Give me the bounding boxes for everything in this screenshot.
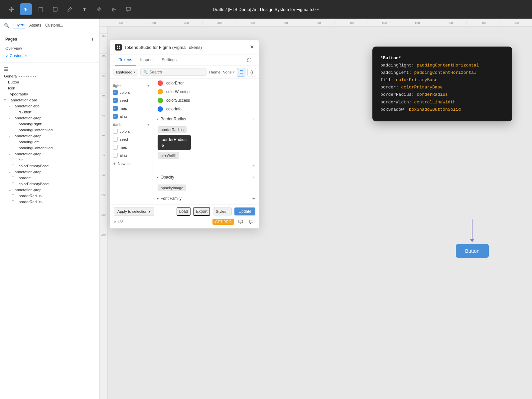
layer-item-border-radius-label[interactable]: T borderRadius: bbox=[0, 193, 99, 199]
token-color-success[interactable]: colorSuccess bbox=[153, 96, 259, 105]
monitor-icon[interactable] bbox=[237, 218, 245, 226]
styles-button[interactable]: Styles - bbox=[213, 207, 232, 215]
checkbox-light-seed[interactable]: ✓ bbox=[113, 98, 118, 103]
section-font-family[interactable]: ▾ Font Family + bbox=[153, 193, 259, 204]
view-list-button[interactable]: ☰ bbox=[237, 68, 245, 76]
layer-item-padding-content-1[interactable]: T paddingContentHori... bbox=[0, 127, 99, 133]
add-border-radius-button[interactable]: + bbox=[252, 116, 255, 122]
hamburger-icon[interactable]: ☰ bbox=[4, 66, 8, 72]
add-font-family-button[interactable]: + bbox=[252, 196, 255, 201]
tool-frame-icon[interactable] bbox=[35, 3, 47, 15]
tool-hand-icon[interactable] bbox=[108, 3, 120, 15]
search-input[interactable] bbox=[149, 70, 203, 74]
checkbox-dark-seed[interactable] bbox=[113, 137, 118, 142]
layer-item-typography[interactable]: Typography bbox=[0, 91, 99, 97]
tool-shape-icon[interactable] bbox=[49, 3, 61, 15]
checkbox-dark-colors[interactable] bbox=[113, 129, 118, 134]
token-group-dark[interactable]: dark ▾ bbox=[110, 120, 153, 127]
new-set-button[interactable]: + New set bbox=[110, 159, 153, 168]
token-name-color-warning: colorWarning bbox=[166, 89, 190, 94]
layer-item-annot-prop4[interactable]: ⫠ annotation-prop bbox=[0, 169, 99, 175]
layer-item-annot-prop2[interactable]: ⫠ annotation-prop bbox=[0, 133, 99, 139]
layer-item-icon[interactable]: Icon bbox=[0, 85, 99, 91]
sidebar-item-light-seed[interactable]: ✓ seed bbox=[110, 96, 153, 104]
layer-item-border-label[interactable]: T border: bbox=[0, 175, 99, 181]
section-border-radius[interactable]: ▾ Border Radius + bbox=[153, 113, 259, 125]
section-add-row[interactable]: + bbox=[153, 160, 259, 172]
layer-item-button-text[interactable]: T *Button* bbox=[0, 109, 99, 115]
checkbox-light-colors[interactable]: ✓ bbox=[113, 90, 118, 95]
token-line-width[interactable]: lineWidth bbox=[153, 150, 259, 160]
close-button[interactable]: ✕ bbox=[250, 45, 254, 50]
layer-item-padding-left-label[interactable]: T paddingLeft: bbox=[0, 139, 99, 145]
layer-item-padding-right-label[interactable]: T paddingRight: bbox=[0, 121, 99, 127]
group-light-label: light bbox=[113, 84, 121, 88]
layer-item-fill-label[interactable]: T fill: bbox=[0, 157, 99, 163]
layer-item-annotation-title[interactable]: ⫠ annotation-title bbox=[0, 103, 99, 109]
sidebar-item-dark-seed[interactable]: seed bbox=[110, 135, 153, 143]
view-json-button[interactable]: {} bbox=[247, 68, 256, 76]
token-color-warning[interactable]: colorWarning bbox=[153, 87, 259, 96]
page-item-overview[interactable]: Overview bbox=[5, 45, 94, 52]
sidebar-item-dark-colors[interactable]: colors bbox=[110, 127, 153, 135]
get-pro-button[interactable]: GET PRO bbox=[212, 219, 234, 225]
add-page-button[interactable]: + bbox=[91, 36, 94, 42]
tab-layers[interactable]: Layers bbox=[13, 21, 25, 29]
tab-inspect[interactable]: Inspect bbox=[136, 55, 158, 66]
layer-item-annotation-card[interactable]: ≡ annotation-card bbox=[0, 97, 99, 103]
sidebar-item-light-alias[interactable]: ✓ alias bbox=[110, 112, 153, 120]
layer-item-annot-prop1[interactable]: ⫠ annotation-prop bbox=[0, 115, 99, 121]
tool-comment-icon[interactable] bbox=[122, 3, 134, 15]
token-border-radius[interactable]: borderRadius bbox=[153, 125, 259, 135]
expand-icon[interactable] bbox=[245, 56, 254, 65]
component-icon: ⫠ bbox=[8, 170, 13, 174]
tool-pen-icon[interactable] bbox=[64, 3, 76, 15]
tool-move-icon[interactable] bbox=[5, 3, 17, 15]
search-field[interactable]: 🔍 bbox=[140, 68, 206, 76]
token-opacity-image[interactable]: opacityImage bbox=[153, 183, 259, 193]
add-opacity-button[interactable]: + bbox=[252, 174, 255, 180]
checkbox-light-alias[interactable]: ✓ bbox=[113, 114, 118, 119]
tab-tokens[interactable]: Tokens bbox=[115, 55, 136, 66]
theme-selector[interactable]: Theme: None ▾ bbox=[208, 70, 235, 74]
chat-icon[interactable] bbox=[247, 218, 255, 226]
theme-chevron: ▾ bbox=[233, 70, 235, 74]
token-color-info[interactable]: colorInfo bbox=[153, 105, 259, 113]
layer-item-padding-content-2[interactable]: T paddingContentHori... bbox=[0, 145, 99, 151]
layer-item-button[interactable]: Button bbox=[0, 79, 99, 85]
checkbox-dark-map[interactable] bbox=[113, 145, 118, 150]
token-group-light[interactable]: light ▾ bbox=[110, 81, 153, 88]
apply-to-selection-button[interactable]: Apply to selection ▾ bbox=[114, 207, 154, 216]
tab-settings[interactable]: Settings bbox=[158, 55, 181, 66]
tool-select-icon[interactable] bbox=[20, 3, 32, 15]
tool-text-icon[interactable]: T bbox=[78, 3, 90, 15]
token-color-error[interactable]: colorError bbox=[153, 79, 259, 87]
page-item-customize[interactable]: Customize bbox=[5, 52, 94, 60]
sidebar-item-light-colors[interactable]: ✓ colors bbox=[110, 88, 153, 96]
tab-assets[interactable]: Assets bbox=[29, 22, 41, 29]
update-button[interactable]: Update bbox=[234, 207, 255, 215]
layer-item-annot-prop5[interactable]: ⫠ annotation-prop bbox=[0, 187, 99, 193]
section-arrow-opacity: ▾ bbox=[157, 176, 159, 179]
layer-item-color-primary1[interactable]: T colorPrimaryBase bbox=[0, 163, 99, 169]
demo-button[interactable]: Button bbox=[456, 244, 489, 258]
sidebar-item-dark-alias[interactable]: alias bbox=[110, 151, 153, 159]
layer-item-annot-prop3[interactable]: ⫠ annotation-prop bbox=[0, 151, 99, 157]
sidebar-item-light-map[interactable]: ✓ map bbox=[110, 104, 153, 112]
set-selector[interactable]: light/seed ▾ bbox=[113, 69, 138, 75]
search-icon[interactable]: 🔍 bbox=[4, 23, 9, 28]
add-section-button[interactable]: + bbox=[252, 163, 255, 169]
tab-customize[interactable]: Customi... bbox=[45, 22, 63, 29]
layer-item-border-radius-val[interactable]: T borderRadius bbox=[0, 199, 99, 205]
svg-rect-9 bbox=[119, 48, 120, 49]
load-button[interactable]: Load bbox=[177, 207, 191, 216]
export-button[interactable]: Export bbox=[193, 207, 210, 216]
section-opacity[interactable]: ▾ Opacity + bbox=[153, 172, 259, 183]
set-selector-label: light/seed bbox=[116, 70, 132, 74]
layer-item-color-primary2[interactable]: T colorPrimaryBase bbox=[0, 181, 99, 187]
checkbox-dark-alias[interactable] bbox=[113, 153, 118, 158]
text-icon: T bbox=[12, 122, 17, 126]
checkbox-light-map[interactable]: ✓ bbox=[113, 106, 118, 111]
sidebar-item-dark-map[interactable]: map bbox=[110, 143, 153, 151]
tool-component-icon[interactable] bbox=[93, 3, 105, 15]
